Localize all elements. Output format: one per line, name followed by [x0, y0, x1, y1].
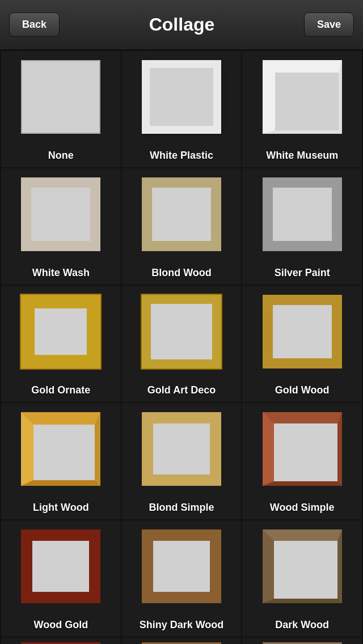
frame-preview-gold-wood [263, 295, 342, 368]
frame-preview-light-wood [21, 412, 100, 486]
page-title: Collage [149, 14, 215, 35]
frame-cell-light-wood[interactable]: Light Wood [1, 403, 121, 519]
frame-preview-white-museum [263, 60, 342, 134]
frame-label-wood-gold: Wood Gold [34, 619, 88, 631]
frame-preview-dark-wood [263, 529, 342, 603]
frame-cell-partial2[interactable] [122, 638, 242, 644]
save-button[interactable]: Save [304, 12, 354, 37]
frame-cell-dark-wood[interactable]: Dark Wood [242, 520, 362, 637]
frame-cell-gold-ornate[interactable]: Gold Ornate [1, 286, 121, 402]
frame-label-gold-art-deco: Gold Art Deco [147, 384, 216, 396]
frame-cell-gold-wood[interactable]: Gold Wood [242, 286, 362, 402]
frame-label-white-museum: White Museum [266, 150, 338, 162]
frame-label-wood-simple: Wood Simple [270, 502, 335, 514]
frame-preview-none [21, 60, 100, 134]
frame-preview-gold-art-deco [142, 295, 221, 368]
frame-cell-white-wash[interactable]: White Wash [1, 168, 121, 285]
frame-label-blond-simple: Blond Simple [149, 502, 214, 514]
frame-cell-none[interactable]: None [1, 51, 121, 167]
frame-cell-white-museum[interactable]: White Museum [242, 51, 362, 167]
frame-label-light-wood: Light Wood [33, 502, 89, 514]
frame-label-white-wash: White Wash [32, 267, 90, 279]
frame-cell-wood-gold[interactable]: Wood Gold [1, 520, 121, 637]
frame-label-gold-ornate: Gold Ornate [31, 384, 90, 396]
frame-preview-blond-simple [142, 412, 221, 486]
frame-preview-shiny-dark-wood [142, 529, 221, 603]
frame-preview-wood-gold [21, 529, 100, 603]
frame-label-white-plastic: White Plastic [150, 150, 213, 162]
frame-cell-silver-paint[interactable]: Silver Paint [242, 168, 362, 285]
frame-label-silver-paint: Silver Paint [275, 267, 330, 279]
frame-preview-wood-simple [263, 412, 342, 486]
frame-label-none: None [48, 150, 74, 162]
frame-cell-gold-art-deco[interactable]: Gold Art Deco [122, 286, 242, 402]
frame-preview-silver-paint [263, 177, 342, 251]
frame-cell-wood-simple[interactable]: Wood Simple [242, 403, 362, 519]
frames-grid: NoneWhite PlasticWhite MuseumWhite WashB… [0, 50, 363, 644]
frame-preview-white-plastic [142, 60, 221, 134]
frame-preview-white-wash [21, 177, 100, 251]
frame-label-gold-wood: Gold Wood [275, 384, 330, 396]
frame-cell-partial1[interactable] [1, 638, 121, 644]
frame-label-shiny-dark-wood: Shiny Dark Wood [140, 619, 224, 631]
frame-preview-gold-ornate [21, 295, 100, 368]
frame-label-blond-wood: Blond Wood [151, 267, 212, 279]
frame-preview-blond-wood [142, 177, 221, 251]
frame-cell-partial3[interactable] [242, 638, 362, 644]
frame-cell-shiny-dark-wood[interactable]: Shiny Dark Wood [122, 520, 242, 637]
frame-label-dark-wood: Dark Wood [275, 619, 329, 631]
frame-cell-blond-wood[interactable]: Blond Wood [122, 168, 242, 285]
frame-cell-blond-simple[interactable]: Blond Simple [122, 403, 242, 519]
frame-cell-white-plastic[interactable]: White Plastic [122, 51, 242, 167]
app-header: Back Collage Save [0, 0, 363, 50]
back-button[interactable]: Back [9, 12, 60, 37]
